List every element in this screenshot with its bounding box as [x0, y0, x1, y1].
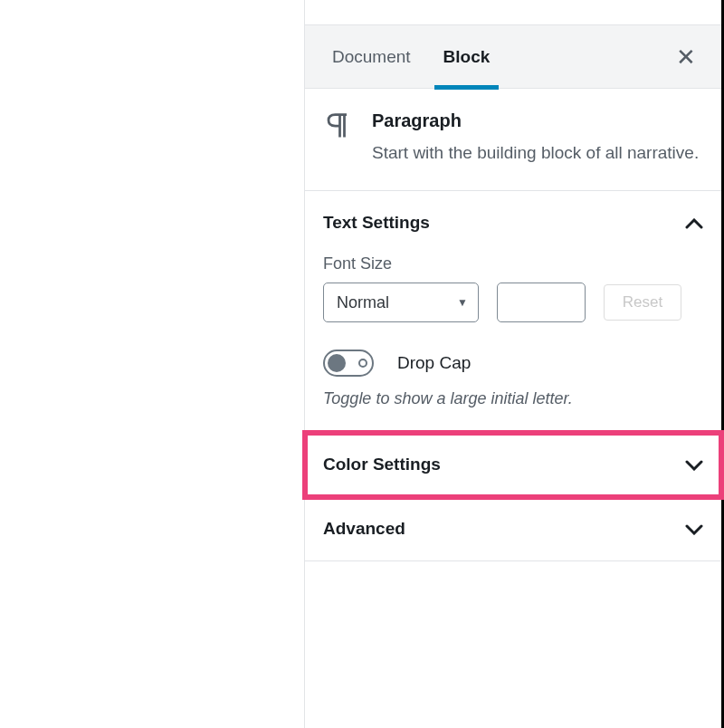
chevron-up-icon [685, 211, 703, 235]
panel-text-settings: Text Settings Font Size Normal ▼ Reset [305, 191, 721, 433]
chevron-down-icon [685, 517, 703, 541]
settings-sidebar: Document Block ✕ Paragraph Start with th… [304, 0, 724, 728]
close-icon: ✕ [676, 43, 696, 71]
drop-cap-help-text: Toggle to show a large initial letter. [323, 388, 703, 410]
toggle-track-icon [358, 359, 367, 368]
top-spacer [305, 0, 721, 25]
drop-cap-row: Drop Cap [323, 350, 703, 377]
font-size-reset-button[interactable]: Reset [604, 284, 681, 321]
toggle-knob-icon [328, 354, 346, 372]
drop-cap-label: Drop Cap [397, 353, 471, 373]
chevron-down-icon [685, 453, 703, 476]
drop-cap-toggle[interactable] [323, 350, 374, 377]
panel-header-advanced[interactable]: Advanced [305, 497, 721, 560]
sidebar-tabs: Document Block ✕ [305, 25, 721, 89]
paragraph-icon [323, 110, 352, 167]
font-size-label: Font Size [323, 254, 703, 273]
panel-title-advanced: Advanced [323, 519, 405, 539]
panel-color-settings: Color Settings [305, 433, 721, 497]
font-size-custom-input[interactable] [497, 283, 586, 322]
panel-title-color-settings: Color Settings [323, 455, 441, 474]
block-info-text: Paragraph Start with the building block … [372, 110, 699, 167]
block-info-card: Paragraph Start with the building block … [305, 89, 721, 191]
panel-header-color-settings[interactable]: Color Settings [305, 433, 721, 496]
panel-header-text-settings[interactable]: Text Settings [305, 191, 721, 254]
panel-body-text-settings: Font Size Normal ▼ Reset Drop Cap Togg [305, 254, 721, 432]
font-size-select[interactable]: Normal [323, 283, 479, 322]
block-description: Start with the building block of all nar… [372, 140, 699, 167]
close-sidebar-button[interactable]: ✕ [669, 38, 703, 76]
font-size-select-wrap: Normal ▼ [323, 283, 479, 322]
block-title: Paragraph [372, 110, 699, 131]
panel-advanced: Advanced [305, 497, 721, 561]
font-size-row: Normal ▼ Reset [323, 283, 703, 322]
tab-block[interactable]: Block [434, 25, 500, 89]
tab-document[interactable]: Document [323, 25, 420, 89]
panel-title-text-settings: Text Settings [323, 213, 430, 233]
